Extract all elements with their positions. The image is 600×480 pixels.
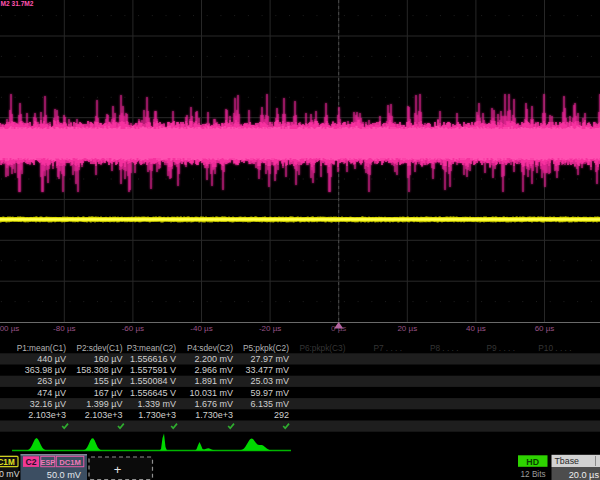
svg-text:155 µV: 155 µV: [94, 376, 123, 386]
svg-text:292: 292: [274, 410, 289, 420]
svg-text:C2: C2: [26, 457, 37, 467]
svg-text:59.97 mV: 59.97 mV: [250, 388, 289, 398]
svg-text:P1:mean(C1): P1:mean(C1): [17, 343, 67, 353]
svg-text:1.557591 V: 1.557591 V: [130, 365, 176, 375]
svg-text:HD: HD: [526, 457, 539, 467]
svg-text:25.03 mV: 25.03 mV: [250, 376, 289, 386]
svg-text:40 µs: 40 µs: [466, 324, 486, 333]
svg-text:1.339 mV: 1.339 mV: [137, 399, 176, 409]
svg-text:-60 µs: -60 µs: [122, 324, 144, 333]
svg-text:1.556616 V: 1.556616 V: [130, 354, 176, 364]
svg-text:167 µV: 167 µV: [94, 388, 123, 398]
svg-text:50.0 mV: 50.0 mV: [47, 470, 82, 480]
svg-text:P2:sdev(C1): P2:sdev(C1): [76, 343, 122, 353]
svg-text:2.966 mV: 2.966 mV: [194, 365, 233, 375]
svg-text:P9 . . . .: P9 . . . .: [486, 343, 515, 353]
svg-text:33.477 mV: 33.477 mV: [245, 365, 289, 375]
svg-text:160 µV: 160 µV: [94, 354, 123, 364]
svg-text:60 µs: 60 µs: [535, 324, 555, 333]
svg-text:1.550084 V: 1.550084 V: [130, 376, 176, 386]
svg-text:P8 . . . .: P8 . . . .: [430, 343, 459, 353]
svg-text:DC1M: DC1M: [0, 458, 15, 467]
svg-text:10.031 mV: 10.031 mV: [189, 388, 233, 398]
svg-text:P5:pkpk(C2): P5:pkpk(C2): [243, 343, 289, 353]
svg-text:32.16 µV: 32.16 µV: [30, 399, 66, 409]
svg-text:263 µV: 263 µV: [37, 376, 66, 386]
svg-text:0 mV: 0 mV: [0, 469, 20, 479]
svg-text:1.891 mV: 1.891 mV: [194, 376, 233, 386]
svg-text:P7 . . . .: P7 . . . .: [373, 343, 402, 353]
svg-text:ESP: ESP: [41, 458, 56, 467]
svg-text:474 µV: 474 µV: [37, 388, 66, 398]
svg-text:-80 µs: -80 µs: [53, 324, 75, 333]
svg-text:1.730e+3: 1.730e+3: [195, 410, 233, 420]
svg-text:1.730e+3: 1.730e+3: [138, 410, 176, 420]
svg-text:M2 31.7M2: M2 31.7M2: [1, 0, 34, 7]
svg-text:-40 µs: -40 µs: [190, 324, 212, 333]
svg-text:2.200 mV: 2.200 mV: [194, 354, 233, 364]
svg-text:DC1M: DC1M: [59, 458, 81, 467]
svg-text:20 µs: 20 µs: [397, 324, 417, 333]
svg-text:20.0 µs: 20.0 µs: [569, 470, 600, 480]
svg-text:2.103e+3: 2.103e+3: [85, 410, 123, 420]
svg-text:1.676 mV: 1.676 mV: [194, 399, 233, 409]
svg-text:-20 µs: -20 µs: [259, 324, 281, 333]
svg-text:P6:pkpk(C3): P6:pkpk(C3): [299, 343, 345, 353]
svg-text:6.135 mV: 6.135 mV: [250, 399, 289, 409]
svg-text:00 µs: 00 µs: [0, 324, 19, 333]
svg-text:363.98 µV: 363.98 µV: [25, 365, 66, 375]
svg-text:2.103e+3: 2.103e+3: [28, 410, 66, 420]
svg-text:Tbase: Tbase: [555, 456, 580, 466]
svg-text:27.97 mV: 27.97 mV: [250, 354, 289, 364]
svg-text:158.308 µV: 158.308 µV: [76, 365, 122, 375]
svg-text:1.399 µV: 1.399 µV: [86, 399, 122, 409]
svg-text:+: +: [114, 462, 122, 477]
svg-text:P4:sdev(C2): P4:sdev(C2): [187, 343, 233, 353]
svg-text:12 Bits: 12 Bits: [521, 470, 546, 479]
svg-text:1.556645 V: 1.556645 V: [130, 388, 176, 398]
svg-text:440 µV: 440 µV: [37, 354, 66, 364]
svg-text:P10 . . . .: P10 . . . .: [538, 343, 571, 353]
svg-text:P3:mean(C2): P3:mean(C2): [127, 343, 177, 353]
